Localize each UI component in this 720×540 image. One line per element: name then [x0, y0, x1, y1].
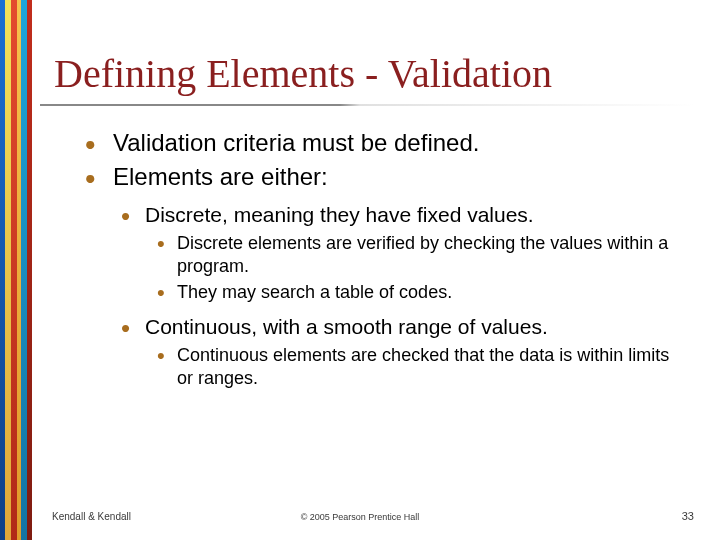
title-underline	[40, 104, 696, 106]
slide-body: Validation criteria must be defined. Ele…	[85, 128, 685, 391]
bullet-level2: Continuous, with a smooth range of value…	[121, 314, 685, 340]
footer-copyright: © 2005 Pearson Prentice Hall	[0, 512, 720, 522]
slide-number: 33	[682, 510, 694, 522]
bullet-level2: Discrete, meaning they have fixed values…	[121, 202, 685, 228]
bullet-level3: They may search a table of codes.	[157, 281, 685, 304]
bullet-level1: Validation criteria must be defined.	[85, 128, 685, 158]
slide-title: Defining Elements - Validation	[54, 50, 552, 97]
bullet-level3: Continuous elements are checked that the…	[157, 344, 685, 389]
bullet-level1: Elements are either:	[85, 162, 685, 192]
decorative-stripe	[0, 0, 32, 540]
bullet-level3: Discrete elements are verified by checki…	[157, 232, 685, 277]
